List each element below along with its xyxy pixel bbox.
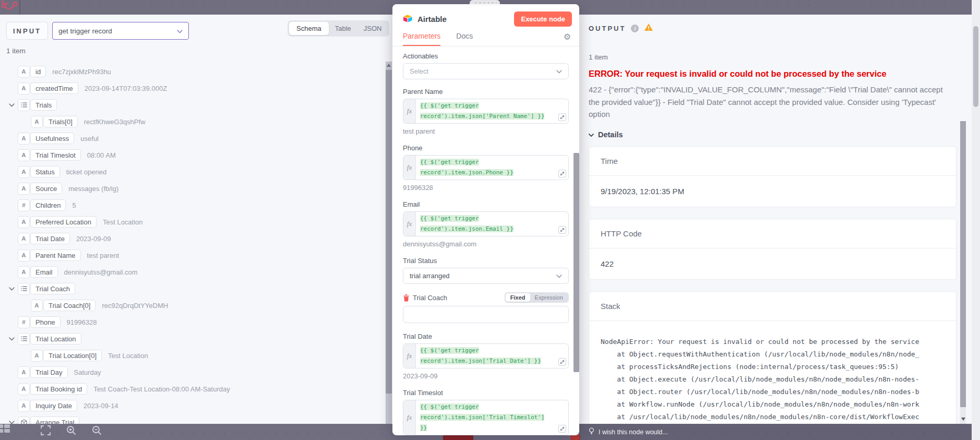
tree-key[interactable]: Children	[31, 200, 65, 210]
param-select[interactable]: Select	[403, 63, 569, 79]
tree-row[interactable]: ATrial Timeslot08:00 AM	[7, 149, 384, 161]
expression-field[interactable]: fx{{ $('get trigger record').item.json['…	[403, 99, 569, 124]
zoom-in-button[interactable]	[66, 425, 76, 435]
expand-expression-icon[interactable]	[558, 170, 566, 177]
node-panel-scrollbar[interactable]	[573, 153, 579, 372]
browser-scrollbar[interactable]	[972, 0, 980, 440]
chevron-down-icon	[589, 130, 594, 139]
expand-expression-icon[interactable]	[558, 425, 566, 433]
tree-row[interactable]: ATrial Booking idTest Coach-Test Locatio…	[7, 383, 384, 395]
tree-key[interactable]: Status	[31, 167, 59, 177]
tree-row[interactable]: #Children5	[7, 199, 384, 211]
tree-key[interactable]: Parent Name	[31, 250, 80, 260]
fixed-expression-toggle[interactable]: FixedExpression	[505, 292, 569, 303]
panel-drag-handle[interactable]	[470, 0, 500, 6]
expand-expression-icon[interactable]	[558, 226, 566, 234]
input-source-select[interactable]: get trigger record	[52, 22, 189, 40]
card-value: NodeApiError: Your request is invalid or…	[589, 321, 956, 424]
tree-row[interactable]: AEmaildennisyutss@gmail.com	[7, 266, 384, 278]
tree-row[interactable]: AUsefulnessuseful	[7, 133, 384, 144]
tree-key[interactable]: Arrange Trial	[31, 417, 79, 424]
scrollbar-thumb[interactable]	[960, 121, 966, 407]
execute-node-button[interactable]: Execute node	[514, 11, 572, 27]
expression-field[interactable]: fx{{ $('get trigger record').item.json.E…	[403, 211, 569, 236]
zoom-out-button[interactable]	[92, 425, 102, 435]
tree-key[interactable]: Trial Coach	[31, 283, 75, 294]
tree-row[interactable]: ATrial Location[0]Test Location	[7, 350, 384, 361]
details-toggle[interactable]: Details	[589, 130, 957, 139]
output-panel-scrollbar[interactable]	[960, 121, 966, 424]
tree-row[interactable]: ATrials[0]rectfKhweG3qshPfw	[7, 116, 384, 127]
chevron-down-icon[interactable]	[7, 421, 16, 424]
warning-icon[interactable]	[644, 23, 653, 33]
param-select[interactable]: trial arranged	[403, 268, 569, 284]
tree-key[interactable]: Usefulness	[31, 133, 74, 144]
tree-key[interactable]: Trials	[31, 100, 56, 110]
tree-row[interactable]: Trial Coach	[7, 283, 384, 294]
tree-row[interactable]: Arrange Trial	[7, 417, 384, 424]
tree-row[interactable]: APreferred LocationTest Location	[7, 216, 384, 228]
tree-row[interactable]: ASourcemessages (fb/ig)	[7, 183, 384, 194]
tree-row[interactable]: Aidrec7zjxklMzPh93hu	[7, 66, 384, 77]
chevron-down-icon[interactable]	[7, 103, 16, 107]
chevron-down-icon[interactable]	[7, 287, 16, 291]
tree-row[interactable]: AParent Nametest parent	[7, 249, 384, 261]
tree-key[interactable]: Trial Day	[31, 367, 67, 377]
string-type-icon: A	[18, 367, 29, 378]
view-tab-table[interactable]: Table	[329, 22, 357, 35]
tree-row[interactable]: Trial Location	[7, 333, 384, 344]
expression-field[interactable]: fx{{ $('get trigger record').item.json['…	[403, 343, 569, 368]
node-feedback-bar[interactable]: I wish this node would...	[579, 424, 972, 440]
tree-key[interactable]: Source	[31, 183, 62, 194]
expression-code: {{ $('get trigger record').item.json['Tr…	[416, 400, 549, 435]
tree-row[interactable]: #Phone91996328	[7, 316, 384, 328]
param-label: Parent Name	[403, 88, 443, 96]
tree-key[interactable]: Trial Timeslot	[31, 150, 80, 160]
toggle-option-fixed[interactable]: Fixed	[506, 293, 530, 302]
tree-key[interactable]: Email	[31, 267, 57, 277]
expression-field[interactable]: fx{{ $('get trigger record').item.json.P…	[403, 155, 569, 180]
view-tab-schema[interactable]: Schema	[289, 22, 329, 35]
tree-key[interactable]: Trial Booking id	[31, 384, 87, 394]
string-type-icon: A	[18, 217, 29, 228]
tree-key[interactable]: Trial Location[0]	[44, 350, 101, 361]
expand-expression-icon[interactable]	[558, 113, 566, 121]
tree-key[interactable]: Trial Date	[31, 233, 69, 244]
param-input[interactable]	[403, 306, 569, 323]
toggle-option-expression[interactable]: Expression	[530, 293, 568, 302]
scrollbar-thumb[interactable]	[386, 70, 392, 394]
tree-key[interactable]: Trial Coach[0]	[44, 300, 95, 311]
tree-key[interactable]: Trials[0]	[44, 116, 77, 127]
expand-expression-icon[interactable]	[558, 358, 566, 366]
tree-row[interactable]: AStatusticket opened	[7, 166, 384, 177]
tree-row[interactable]: ATrial DaySaturday	[7, 366, 384, 378]
tree-key[interactable]: Inquiry Date	[31, 400, 77, 411]
trash-icon[interactable]	[403, 294, 410, 302]
tree-key[interactable]: Preferred Location	[31, 217, 96, 227]
input-panel-scrollbar[interactable]	[386, 62, 392, 424]
tree-row[interactable]: ATrial Date2023-09-09	[7, 233, 384, 244]
fit-view-button[interactable]	[41, 425, 51, 435]
scrollbar-thumb[interactable]	[973, 26, 978, 107]
tree-row[interactable]: ATrial Coach[0]rec92qDrqDtYYeDMH	[7, 300, 384, 311]
tree-key[interactable]: createdTime	[31, 83, 78, 93]
tree-key[interactable]: Phone	[31, 317, 60, 327]
scroll-down-arrow-icon[interactable]	[961, 418, 965, 421]
param-label: Trial Timeslot	[403, 389, 443, 397]
error-description: 422 - {"error":{"type":"INVALID_VALUE_FO…	[589, 84, 950, 121]
gear-icon[interactable]: ⚙	[564, 32, 571, 41]
tree-row[interactable]: AcreatedTime2023-09-14T07:03:39.000Z	[7, 82, 384, 94]
info-icon[interactable]: i	[631, 25, 639, 32]
chevron-down-icon[interactable]	[7, 337, 16, 341]
tree-key[interactable]: id	[31, 66, 45, 77]
view-tab-json[interactable]: JSON	[357, 22, 388, 35]
tab-docs[interactable]: Docs	[456, 32, 473, 45]
details-label: Details	[598, 130, 623, 139]
tree-row[interactable]: AInquiry Date2023-09-14	[7, 400, 384, 411]
tab-parameters[interactable]: Parameters	[403, 32, 440, 46]
chevron-down-icon	[177, 27, 183, 35]
tree-key[interactable]: Trial Location	[31, 334, 81, 344]
expression-field[interactable]: fx{{ $('get trigger record').item.json['…	[403, 400, 569, 435]
tree-row[interactable]: Trials	[7, 99, 384, 111]
scroll-up-arrow-icon[interactable]	[387, 64, 391, 67]
